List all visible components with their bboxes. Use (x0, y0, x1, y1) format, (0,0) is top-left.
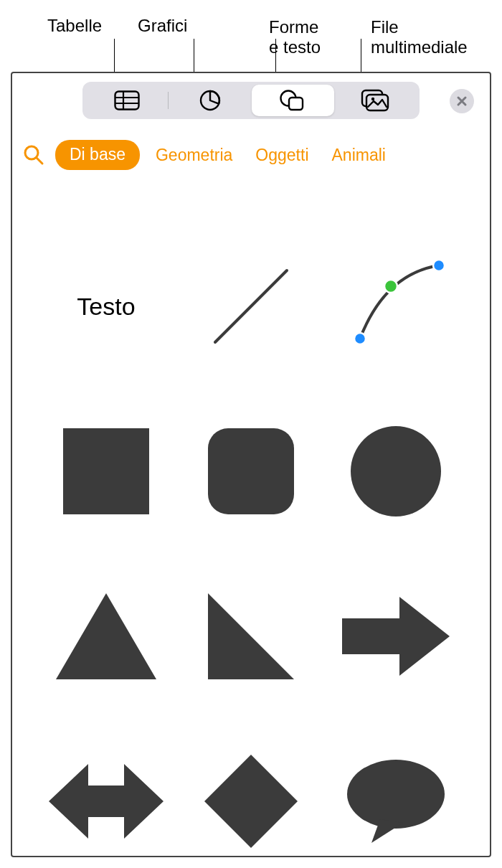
svg-marker-22 (49, 764, 164, 839)
svg-line-11 (37, 158, 42, 164)
svg-point-18 (351, 426, 441, 516)
tab-media[interactable] (334, 85, 417, 116)
gallery-icon (361, 89, 389, 112)
svg-rect-17 (208, 428, 294, 514)
search-icon (23, 144, 44, 166)
segmented-control (82, 82, 420, 119)
shape-text-label: Testo (77, 293, 135, 321)
category-label: Animali (332, 146, 386, 164)
table-icon (114, 90, 140, 110)
insert-panel: Di base Geometria Oggetti Animali Testo (11, 72, 491, 857)
category-active[interactable]: Di base (55, 140, 140, 170)
circle-icon (351, 426, 441, 516)
svg-marker-23 (204, 755, 298, 848)
close-button[interactable] (450, 89, 474, 113)
right-triangle-icon (208, 593, 294, 679)
pie-chart-icon (199, 89, 222, 112)
shape-circle[interactable] (338, 414, 453, 529)
shape-diamond[interactable] (194, 744, 308, 857)
shape-square[interactable] (49, 414, 164, 529)
svg-point-13 (354, 333, 366, 344)
svg-point-24 (347, 760, 445, 829)
category-bar: Di base Geometria Oggetti Animali (12, 138, 490, 172)
segmented-toolbar (12, 73, 490, 127)
svg-marker-21 (342, 597, 450, 676)
callout-tables: Tabelle (47, 16, 102, 36)
tab-shapes[interactable] (252, 85, 334, 116)
arrow-right-icon (342, 593, 450, 679)
category-animali[interactable]: Animali (325, 146, 393, 165)
callout-media-text: File multimediale (371, 17, 468, 57)
svg-line-12 (215, 270, 287, 342)
callout-shapes: Forme e testo (269, 0, 321, 77)
close-icon (456, 95, 468, 107)
shape-text[interactable]: Testo (49, 249, 164, 364)
svg-point-14 (433, 260, 445, 271)
shape-rounded-square[interactable] (194, 414, 308, 529)
triangle-icon (56, 593, 156, 679)
svg-rect-6 (289, 98, 303, 110)
shape-line[interactable] (194, 249, 308, 364)
category-active-label: Di base (70, 145, 126, 164)
svg-rect-0 (115, 91, 138, 109)
svg-marker-19 (56, 593, 156, 679)
speech-bubble-icon (346, 758, 446, 844)
shapes-icon (279, 89, 306, 112)
category-label: Geometria (156, 146, 232, 164)
svg-rect-16 (63, 428, 149, 514)
curve-icon (342, 253, 450, 360)
svg-point-9 (371, 97, 374, 100)
arrow-horizontal-icon (49, 758, 164, 844)
tab-charts[interactable] (169, 85, 251, 116)
callout-shapes-text: Forme e testo (269, 17, 321, 57)
shape-arrow-right[interactable] (338, 579, 453, 694)
shape-speech-bubble[interactable] (338, 744, 453, 857)
square-icon (63, 428, 149, 514)
shapes-grid: Testo (12, 206, 490, 856)
callout-tables-text: Tabelle (47, 16, 102, 35)
tab-tables[interactable] (85, 85, 168, 116)
callout-charts-text: Grafici (138, 16, 187, 35)
category-geometria[interactable]: Geometria (148, 146, 240, 165)
svg-point-15 (384, 280, 397, 293)
callout-media: File multimediale (371, 0, 468, 77)
shape-arrow-horizontal[interactable] (49, 744, 164, 857)
category-label: Oggetti (255, 146, 308, 164)
callout-charts: Grafici (138, 16, 187, 36)
category-oggetti[interactable]: Oggetti (248, 146, 316, 165)
rounded-square-icon (208, 428, 294, 514)
svg-marker-20 (208, 593, 294, 679)
search-button[interactable] (21, 142, 47, 168)
diamond-icon (204, 755, 298, 848)
shape-triangle[interactable] (49, 579, 164, 694)
line-icon (204, 260, 298, 353)
shape-right-triangle[interactable] (194, 579, 308, 694)
shape-curve[interactable] (338, 249, 453, 364)
